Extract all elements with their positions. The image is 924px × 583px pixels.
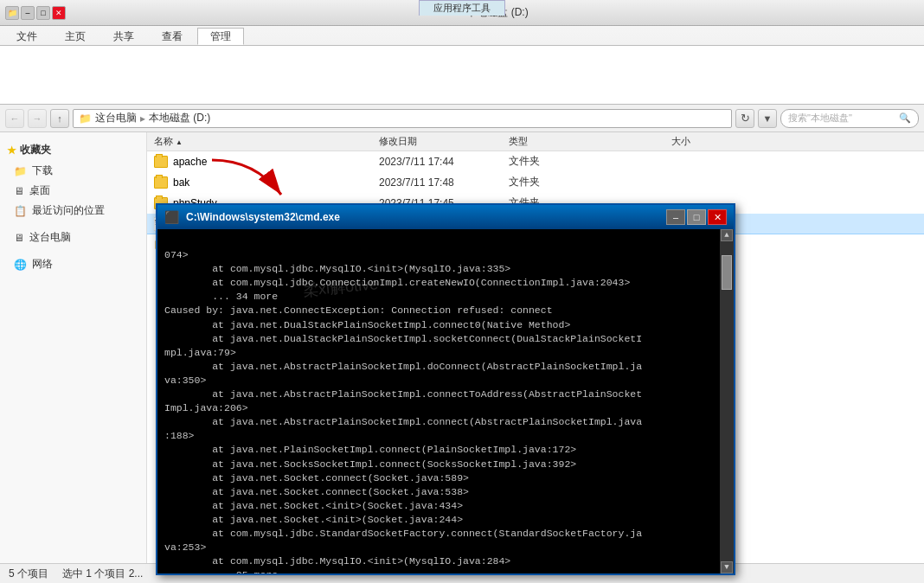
address-input[interactable]: 📁 这台电脑 ▸ 本地磁盘 (D:) bbox=[73, 109, 732, 128]
crumb-disk[interactable]: 本地磁盘 (D:) bbox=[149, 111, 210, 125]
tab-view[interactable]: 查看 bbox=[149, 28, 196, 45]
col-date-header[interactable]: 修改日期 bbox=[379, 135, 509, 148]
items-count: 5 个项目 bbox=[9, 567, 48, 581]
tab-share[interactable]: 共享 bbox=[100, 28, 147, 45]
cmd-close-btn[interactable]: ✕ bbox=[708, 209, 727, 225]
favorites-label: 收藏夹 bbox=[20, 143, 51, 157]
app-tools-badge: 应用程序工具 bbox=[419, 0, 505, 16]
folder-icon-bak bbox=[154, 176, 168, 189]
cmd-icon: ⬛ bbox=[164, 210, 179, 224]
downloads-label: 下载 bbox=[32, 163, 53, 178]
sort-arrow: ▲ bbox=[176, 138, 183, 146]
cmd-window: ⬛ C:\Windows\system32\cmd.exe – □ ✕ 074>… bbox=[156, 203, 735, 575]
ribbon: 文件 主页 共享 查看 管理 bbox=[0, 26, 924, 105]
cmd-title-bar: ⬛ C:\Windows\system32\cmd.exe – □ ✕ bbox=[157, 205, 734, 229]
refresh-button[interactable]: ↻ bbox=[735, 109, 754, 128]
sidebar-item-network[interactable]: 🌐 网络 bbox=[0, 254, 146, 274]
desktop-label: 桌面 bbox=[29, 183, 50, 198]
cmd-minimize-btn[interactable]: – bbox=[666, 209, 685, 225]
file-type: 文件夹 bbox=[509, 154, 621, 169]
scroll-down-btn[interactable]: ▼ bbox=[721, 561, 733, 573]
selected-count: 选中 1 个项目 2... bbox=[62, 567, 143, 581]
col-size-header[interactable]: 大小 bbox=[621, 135, 690, 148]
table-row[interactable]: apache 2023/7/11 17:44 文件夹 bbox=[147, 151, 924, 172]
search-icon: 🔍 bbox=[899, 112, 911, 124]
sidebar-favorites: ★ 收藏夹 📁 下载 🖥 桌面 📋 最近访问的位置 bbox=[0, 139, 146, 221]
close-btn[interactable]: ✕ bbox=[52, 6, 66, 20]
computer-label: 这台电脑 bbox=[29, 230, 71, 245]
cmd-window-buttons: – □ ✕ bbox=[666, 209, 727, 225]
cmd-body: 074> at com.mysql.jdbc.MysqlIO.<init>(My… bbox=[157, 229, 734, 573]
table-row[interactable]: bak 2023/7/11 17:48 文件夹 bbox=[147, 172, 924, 193]
tab-home[interactable]: 主页 bbox=[52, 28, 99, 45]
scroll-up-btn[interactable]: ▲ bbox=[721, 229, 733, 241]
app-tools-label: 应用程序工具 bbox=[419, 0, 505, 16]
sidebar-network: 🌐 网络 bbox=[0, 254, 146, 274]
title-bar-icons: 📁 – □ ✕ bbox=[0, 6, 71, 20]
tab-file[interactable]: 文件 bbox=[3, 28, 50, 45]
sidebar-computer: 🖥 这台电脑 bbox=[0, 227, 146, 247]
forward-button[interactable]: → bbox=[28, 109, 47, 128]
app-icon: 📁 bbox=[5, 6, 19, 20]
col-name-header[interactable]: 名称 ▲ bbox=[154, 135, 379, 148]
scroll-thumb[interactable] bbox=[722, 255, 732, 290]
computer-icon: 🖥 bbox=[14, 232, 24, 244]
favorites-title[interactable]: ★ 收藏夹 bbox=[0, 139, 146, 161]
dropdown-button[interactable]: ▼ bbox=[758, 109, 777, 128]
recent-label: 最近访问的位置 bbox=[32, 203, 105, 218]
cmd-scrollbar[interactable]: ▲ ▼ bbox=[720, 229, 734, 573]
folder-icon-apache bbox=[154, 156, 168, 168]
tab-manage[interactable]: 管理 bbox=[197, 28, 244, 45]
crumb-computer[interactable]: 这台电脑 bbox=[95, 111, 137, 125]
sidebar-item-desktop[interactable]: 🖥 桌面 bbox=[0, 181, 146, 201]
file-type: 文件夹 bbox=[509, 175, 621, 189]
crumb-arrow: ▸ bbox=[140, 112, 145, 125]
col-type-header[interactable]: 类型 bbox=[509, 135, 621, 148]
file-date: 2023/7/11 17:48 bbox=[379, 176, 509, 189]
folder-icon-small: 📁 bbox=[79, 112, 92, 125]
file-name: apache bbox=[173, 156, 207, 168]
search-box[interactable]: 搜索"本地磁盘" 🔍 bbox=[780, 109, 919, 128]
cmd-title: C:\Windows\system32\cmd.exe bbox=[186, 211, 659, 223]
breadcrumb: 📁 这台电脑 ▸ 本地磁盘 (D:) bbox=[79, 111, 210, 125]
cmd-maximize-btn[interactable]: □ bbox=[687, 209, 706, 225]
cmd-output: 074> at com.mysql.jdbc.MysqlIO.<init>(My… bbox=[164, 234, 727, 573]
recent-icon: 📋 bbox=[14, 205, 27, 217]
minimize-btn[interactable]: – bbox=[21, 6, 35, 20]
sidebar-item-computer[interactable]: 🖥 这台电脑 bbox=[0, 227, 146, 247]
file-name: bak bbox=[173, 176, 189, 189]
title-bar: 📁 – □ ✕ 应用程序工具 本地磁盘 (D:) bbox=[0, 0, 924, 26]
maximize-btn[interactable]: □ bbox=[36, 6, 50, 20]
up-button[interactable]: ↑ bbox=[50, 109, 69, 128]
search-placeholder: 搜索"本地磁盘" bbox=[788, 112, 852, 125]
sidebar-item-downloads[interactable]: 📁 下载 bbox=[0, 161, 146, 181]
desktop-icon: 🖥 bbox=[14, 185, 24, 197]
folder-icon: 📁 bbox=[14, 165, 27, 177]
sidebar-item-recent[interactable]: 📋 最近访问的位置 bbox=[0, 201, 146, 221]
sidebar: ★ 收藏夹 📁 下载 🖥 桌面 📋 最近访问的位置 🖥 这台电脑 bbox=[0, 132, 147, 563]
star-icon: ★ bbox=[7, 144, 16, 157]
ribbon-content bbox=[0, 45, 924, 104]
network-icon: 🌐 bbox=[14, 259, 27, 271]
back-button[interactable]: ← bbox=[5, 109, 24, 128]
file-list-header: 名称 ▲ 修改日期 类型 大小 bbox=[147, 132, 924, 151]
ribbon-tabs: 文件 主页 共享 查看 管理 bbox=[0, 26, 924, 45]
address-bar: ← → ↑ 📁 这台电脑 ▸ 本地磁盘 (D:) ↻ ▼ 搜索"本地磁盘" 🔍 bbox=[0, 105, 924, 132]
file-date: 2023/7/11 17:44 bbox=[379, 156, 509, 168]
network-label: 网络 bbox=[32, 257, 53, 272]
